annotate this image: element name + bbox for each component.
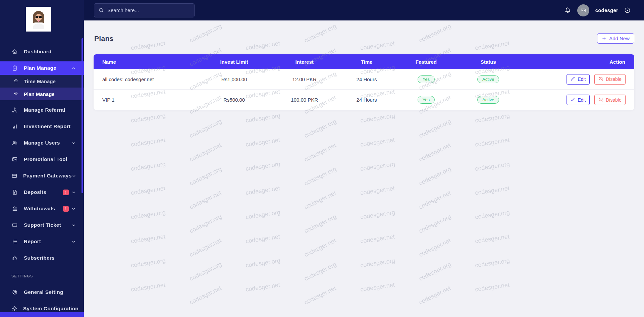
search-input[interactable] [107, 7, 190, 13]
column-header-interest: Interest [272, 59, 337, 65]
report-list-icon [11, 239, 18, 245]
edit-button[interactable]: Edit [567, 74, 590, 85]
cell-name: all codes: codesger.net [94, 76, 196, 82]
item-right [72, 174, 76, 178]
column-header-time: Time [337, 59, 396, 65]
chevron-up-icon [71, 66, 76, 70]
cell-featured: Yes [396, 75, 456, 83]
column-header-invest-limit: Invest Limit [196, 59, 272, 65]
gear-icon [11, 306, 17, 312]
add-new-label: Add New [609, 36, 630, 41]
main-content: Plans Add New NameInvest LimitInterestTi… [84, 20, 644, 317]
topbar: codesger [84, 0, 644, 20]
chevron-down-icon [71, 207, 76, 211]
sidebar: DashboardPlan ManageTime ManagePlan Mana… [0, 0, 84, 317]
alert-badge: ! [63, 190, 69, 195]
sidebar-item-label: Support Ticket [24, 222, 61, 228]
sidebar-item-subscribers[interactable]: Subscribers [0, 251, 84, 265]
topbar-right: codesger [564, 4, 631, 16]
profile-photo [26, 7, 51, 32]
home-icon [11, 49, 18, 55]
edit-button[interactable]: Edit [567, 95, 590, 105]
column-header-featured: Featured [396, 59, 456, 65]
sidebar-bottom-bar [0, 312, 84, 317]
sidebar-subitem-label: Plan Manage [24, 91, 55, 97]
item-right [71, 66, 76, 70]
sidebar-item-label: Subscribers [24, 255, 55, 261]
cell-actions: EditDisable [521, 95, 634, 105]
status-badge: Active [477, 75, 499, 83]
cell-status: Active [456, 75, 521, 83]
cell-invest-limit: Rs1,000.00 [196, 76, 272, 82]
cell-invest-limit: Rs500.00 [196, 97, 272, 103]
broken-image-icon [581, 8, 586, 13]
disable-button[interactable]: Disable [594, 95, 626, 105]
page-header: Plans Add New [94, 33, 634, 44]
sidebar-item-label: Withdrawals [24, 206, 55, 212]
sidebar-item-label: General Setting [24, 289, 63, 295]
profile-photo-image [28, 9, 49, 29]
sidebar-item-label: Deposits [24, 189, 46, 195]
invoice-dollar-icon [11, 189, 18, 195]
sidebar-item-investment-report[interactable]: Investment Report [0, 120, 84, 133]
featured-badge: Yes [418, 96, 435, 104]
cell-name: VIP 1 [94, 97, 196, 103]
sidebar-brand [0, 0, 84, 38]
bar-chart-icon [11, 123, 18, 129]
add-new-button[interactable]: Add New [597, 33, 634, 44]
sidebar-item-withdrawals[interactable]: Withdrawals! [0, 202, 84, 215]
sidebar-item-plan-manage[interactable]: Plan Manage [0, 61, 84, 75]
table-row: VIP 1Rs500.00100.00 PKR24 HoursYesActive… [94, 90, 634, 110]
cell-actions: EditDisable [521, 74, 634, 85]
sidebar-item-label: Manage Users [24, 140, 60, 146]
edit-pencil-icon [571, 76, 575, 82]
column-header-name: Name [94, 59, 196, 65]
sidebar-item-manage-referral[interactable]: Manage Referral [0, 103, 84, 117]
column-header-status: Status [456, 59, 521, 65]
sidebar-item-label: Dashboard [24, 49, 52, 55]
user-menu-chevron-icon[interactable] [624, 7, 631, 13]
chevron-down-icon [71, 223, 76, 227]
user-avatar[interactable] [577, 4, 589, 16]
promo-image-icon [11, 156, 18, 162]
sidebar-item-deposits[interactable]: Deposits! [0, 186, 84, 199]
username[interactable]: codesger [595, 7, 618, 13]
item-right [71, 141, 76, 145]
alert-badge: ! [63, 206, 69, 212]
sidebar-item-report[interactable]: Report [0, 235, 84, 248]
sidebar-section-label: SETTINGS [11, 274, 84, 278]
referral-tree-icon [11, 107, 18, 113]
sidebar-item-label: Manage Referral [24, 107, 65, 113]
table-body: all codes: codesger.netRs1,000.0012.00 P… [94, 69, 634, 110]
sidebar-scrollbar[interactable] [82, 38, 83, 193]
search-box[interactable] [94, 3, 195, 17]
clipboard-check-icon [11, 65, 18, 71]
table-header-row: NameInvest LimitInterestTimeFeaturedStat… [94, 54, 634, 69]
notifications-bell-icon[interactable] [564, 7, 571, 14]
sidebar-subitem-time-manage[interactable]: Time Manage [0, 75, 84, 88]
item-right: ! [63, 206, 76, 212]
ticket-icon [11, 222, 18, 228]
sidebar-item-payment-gateways[interactable]: Payment Gateways [0, 169, 84, 182]
sidebar-settings-nav: General SettingSystem Configuration [0, 285, 84, 315]
cell-time: 24 Hours [337, 76, 396, 82]
sidebar-item-manage-users[interactable]: Manage Users [0, 136, 84, 150]
chevron-down-icon [71, 190, 76, 195]
disable-button[interactable]: Disable [594, 74, 626, 85]
sidebar-nav: DashboardPlan ManageTime ManagePlan Mana… [0, 45, 84, 265]
plus-icon [602, 36, 606, 41]
sidebar-subitem-label: Time Manage [24, 78, 56, 84]
edit-pencil-icon [571, 97, 575, 103]
sidebar-item-label: Payment Gateways [23, 173, 72, 179]
eye-slash-icon [598, 76, 603, 82]
sidebar-item-support-ticket[interactable]: Support Ticket [0, 218, 84, 232]
column-header-action: Action [521, 59, 634, 65]
sidebar-subitem-plan-manage[interactable]: Plan Manage [0, 88, 84, 100]
item-right: ! [63, 190, 76, 195]
sidebar-item-promotional-tool[interactable]: Promotional Tool [0, 153, 84, 166]
sidebar-item-dashboard[interactable]: Dashboard [0, 45, 84, 58]
sidebar-item-general-setting[interactable]: General Setting [0, 285, 84, 299]
item-right [71, 223, 76, 227]
chevron-down-icon [71, 240, 76, 244]
featured-badge: Yes [418, 75, 435, 83]
